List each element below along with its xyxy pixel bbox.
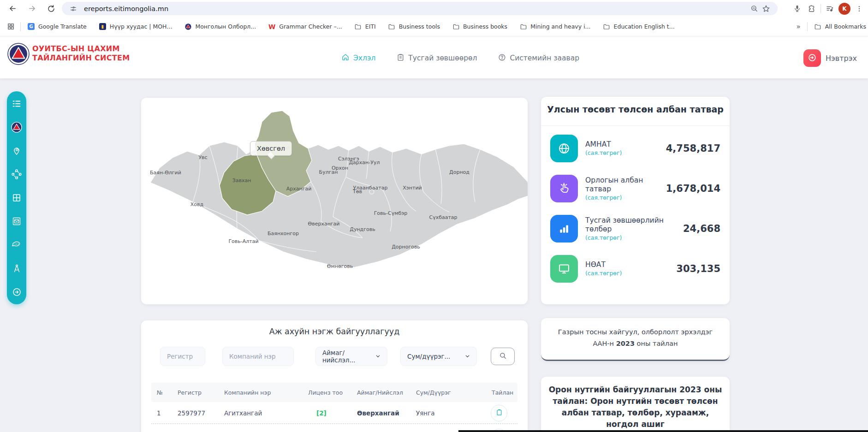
mail-square-icon[interactable] [11, 216, 22, 227]
menu-dots-icon[interactable] [853, 3, 865, 15]
toolbar-separator [820, 4, 821, 13]
grid-window-icon[interactable] [11, 192, 22, 203]
mongolia-outline [150, 111, 528, 267]
list-menu-icon[interactable] [11, 98, 22, 109]
monitor-icon [550, 255, 578, 283]
folder-icon [603, 23, 611, 30]
login: Нэвтрэх [803, 38, 857, 78]
bookmark-folder-mining[interactable]: Mining and heavy i... [519, 23, 590, 30]
bookmarks-separator-2 [807, 22, 808, 31]
company-name-input[interactable] [222, 347, 294, 366]
tax-stats-panel: Улсын төсөвт төлсөн албан татвар АМНАТ (… [541, 97, 730, 304]
bookmark-star-icon[interactable] [760, 3, 772, 15]
companies-title: Аж ахуйн нэгж байгууллагууд [141, 327, 528, 336]
login-label[interactable]: Нэвтрэх [826, 54, 857, 63]
report-button[interactable] [491, 405, 507, 421]
stat-unit: (сая.төгрөг) [585, 234, 683, 242]
oil-report-card[interactable]: Газрын тосны хайгуул, олборлолт эрхэлдэг… [541, 318, 730, 361]
chrome-actions: K [791, 1, 865, 16]
bookmarks-overflow-chevron[interactable]: » [797, 23, 801, 31]
bar-chart-icon [550, 215, 578, 243]
eiti-emblem-icon [184, 23, 192, 30]
bookmarks-bar: G Google Translate ▮ Нүүр хуудас | МОН..… [0, 17, 868, 36]
stat-label: НӨАТ [585, 260, 676, 269]
back-icon[interactable] [6, 2, 19, 16]
bookmark-folder-education[interactable]: Education English t... [603, 23, 675, 30]
bookmarks-separator [20, 22, 21, 31]
local-report-card[interactable]: Орон нутгийн байгууллагын 2023 оны тайла… [541, 377, 730, 432]
stat-row-vat: НӨАТ (сая.төгрөг) 303,135 [550, 254, 720, 284]
stat-row-license-fee: Тусгай зөвшөөрлийн төлбөр (сая.төгрөг) 2… [550, 214, 720, 243]
folder-icon [354, 23, 362, 30]
apps-grid-icon[interactable] [5, 21, 17, 33]
url-bar[interactable]: ereports.eitimongolia.mn [62, 2, 778, 15]
main-nav: Эхлэл Тусгай зөвшөөрөл Системийн заавар [341, 38, 579, 78]
chat-bubble-icon[interactable] [11, 239, 22, 250]
companies-card: Аж ахуйн нэгж байгууллагууд Аймаг/нийслэ… [141, 320, 528, 432]
folder-icon [452, 23, 460, 30]
map-pin-icon[interactable] [11, 145, 22, 156]
stat-label: Орлогын албан татвар [585, 176, 666, 194]
stat-value: 4,758,817 [666, 143, 720, 154]
url-text[interactable]: ereports.eitimongolia.mn [84, 5, 748, 12]
bookmark-folder-business-tools[interactable]: Business tools [388, 23, 440, 30]
extensions-icon[interactable] [806, 3, 818, 15]
bookmark-grammar-checker[interactable]: W Grammar Checker –... [268, 23, 342, 30]
login-arrow-icon [808, 53, 817, 64]
table-row[interactable]: 1 2597977 Агитхангай [2] Өверхангай Уянг… [151, 402, 517, 423]
bottom-dark-strip [458, 430, 868, 432]
profile-avatar[interactable]: K [838, 3, 850, 15]
help-circle-icon [498, 53, 506, 63]
stat-row-income-tax: Орлогын албан татвар (сая.төгрөг) 1,678,… [550, 174, 720, 203]
nav-system-guide[interactable]: Системийн заавар [498, 53, 579, 63]
eiti-logo[interactable] [7, 43, 30, 65]
site-header: ОУИТБС-ЫН ЦАХИМ ТАЙЛАНГИЙН СИСТЕМ Эхлэл … [0, 38, 868, 78]
globe-icon [550, 135, 578, 162]
folder-icon [519, 23, 527, 30]
sum-select[interactable]: Сум/дүүрэг... [400, 347, 477, 366]
address-bar-row: ereports.eitimongolia.mn [0, 0, 868, 17]
bookmark-nuur-huudas[interactable]: ▮ Нүүр хуудас | МОН... [99, 23, 172, 30]
exit-arrow-icon[interactable] [11, 286, 22, 297]
site-title: ОУИТБС-ЫН ЦАХИМ ТАЙЛАНГИЙН СИСТЕМ [32, 44, 130, 63]
bookmark-folder-eiti[interactable]: EITI [354, 23, 376, 30]
stat-unit: (сая.төгрөг) [585, 194, 666, 201]
cursor-click-icon [550, 175, 578, 202]
nav-special-permit[interactable]: Тусгай зөвшөөрөл [397, 53, 477, 63]
oil-report-line1: Газрын тосны хайгуул, олборлолт эрхэлдэг [547, 326, 724, 338]
media-controls-icon[interactable] [824, 3, 836, 15]
login-button[interactable] [803, 49, 821, 67]
workflow-nodes-icon[interactable] [11, 169, 22, 180]
mic-icon[interactable] [791, 3, 803, 15]
search-button[interactable] [491, 348, 515, 365]
map-tooltip: Хөвсгөл [250, 141, 292, 156]
mongolia-site-icon: ▮ [99, 23, 107, 30]
zoom-icon[interactable] [748, 3, 760, 15]
reload-icon[interactable] [44, 2, 58, 16]
registry-input[interactable] [160, 347, 205, 366]
drafting-compass-icon[interactable] [11, 263, 22, 274]
bookmark-google-translate[interactable]: G Google Translate [27, 23, 87, 30]
folder-icon [814, 23, 822, 30]
site-info-icon[interactable] [67, 3, 79, 15]
w-icon: W [268, 23, 276, 30]
chevron-down-icon [375, 353, 380, 360]
home-icon [341, 53, 350, 63]
forward-icon[interactable] [25, 2, 39, 16]
aimag-select[interactable]: Аймаг/нийслэл... [315, 347, 387, 366]
nav-home[interactable]: Эхлэл [341, 53, 375, 63]
all-bookmarks[interactable]: All Bookmarks [814, 23, 866, 30]
local-report-text: Орон нутгийн байгууллагын 2023 оны тайла… [547, 384, 723, 430]
stat-label: АМНАТ [585, 140, 666, 149]
row-divider [151, 423, 517, 424]
bookmark-folder-business-books[interactable]: Business books [452, 23, 507, 30]
mongolia-map-card: Увс Баян-Өлгий Ховд Завхан Хөвсгөл Сэлэн… [141, 98, 528, 304]
mongolia-map[interactable] [141, 98, 528, 304]
stat-value: 303,135 [676, 263, 720, 274]
bookmark-mongolyn-olborl[interactable]: Монголын Олборл... [184, 23, 256, 30]
stat-unit: (сая.төгрөг) [585, 149, 666, 157]
clipboard-icon [397, 53, 404, 63]
eiti-emblem-icon[interactable] [11, 122, 22, 133]
table-header: № Регистр Компанийн нэр Лиценз тоо Аймаг… [151, 383, 517, 402]
stat-unit: (сая.төгрөг) [585, 269, 676, 277]
